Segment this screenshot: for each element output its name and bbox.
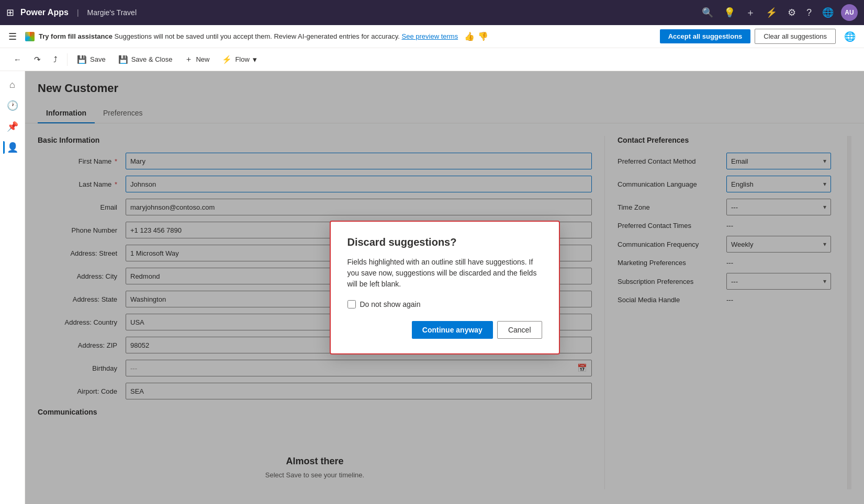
- grid-icon[interactable]: ⊞: [6, 7, 14, 18]
- hamburger-icon[interactable]: ☰: [8, 31, 17, 42]
- save-button[interactable]: 💾 Save: [72, 52, 111, 67]
- continue-anyway-button[interactable]: Continue anyway: [412, 321, 493, 339]
- modal-title: Discard suggestions?: [347, 236, 542, 248]
- settings-icon[interactable]: ⚙: [788, 7, 796, 18]
- add-icon[interactable]: ＋: [746, 6, 755, 19]
- sidebar-item-recent[interactable]: 🕐: [3, 96, 22, 115]
- restore-button[interactable]: ⤴: [48, 52, 63, 67]
- sidebar: ⌂ 🕐 📌 👤: [0, 71, 25, 504]
- restore-icon: ⤴: [53, 55, 58, 64]
- ai-bold-text: Try form fill assistance: [39, 32, 113, 40]
- form-toolbar: ← ↷ ⤴ 💾 Save 💾 Save & Close ＋ New ⚡ Flow…: [0, 48, 864, 71]
- toolbar-divider-1: [67, 53, 68, 66]
- do-not-show-label: Do not show again: [360, 300, 421, 308]
- avatar[interactable]: AU: [841, 4, 858, 21]
- do-not-show-checkbox[interactable]: [347, 300, 356, 308]
- back-icon: ←: [14, 55, 21, 64]
- ai-bar-text: Try form fill assistance Suggestions wil…: [39, 32, 458, 40]
- modal-checkbox-row: Do not show again: [347, 300, 542, 308]
- nav-separator: |: [77, 8, 79, 17]
- save-icon: 💾: [77, 55, 87, 64]
- cancel-button[interactable]: Cancel: [497, 321, 542, 339]
- help-icon[interactable]: ?: [806, 7, 812, 18]
- flow-button[interactable]: ⚡ Flow ▾: [217, 52, 262, 67]
- new-icon: ＋: [185, 54, 193, 64]
- thumbup-icon[interactable]: 👍: [464, 31, 475, 41]
- discard-suggestions-modal: Discard suggestions? Fields highlighted …: [330, 221, 560, 354]
- ai-normal-text: Suggestions will not be saved until you …: [115, 32, 400, 40]
- search-icon[interactable]: 🔍: [702, 7, 713, 18]
- ai-suggestion-bar: ☰ Try form fill assistance Suggestions w…: [0, 25, 864, 48]
- main-content: New Customer Information Preferences Bas…: [25, 71, 864, 504]
- sidebar-item-home[interactable]: ⌂: [3, 75, 22, 94]
- top-navigation: ⊞ Power Apps | Margie's Travel 🔍 💡 ＋ ⚡ ⚙…: [0, 0, 864, 25]
- lightbulb-icon[interactable]: 💡: [724, 7, 735, 18]
- ai-logo-icon: [25, 32, 35, 41]
- sidebar-item-active[interactable]: 👤: [3, 138, 22, 157]
- modal-body: Fields highlighted with an outline still…: [347, 257, 542, 290]
- forward-icon: ↷: [34, 55, 41, 64]
- sidebar-item-pin[interactable]: 📌: [3, 117, 22, 136]
- accept-all-button[interactable]: Accept all suggestions: [660, 29, 751, 43]
- preview-terms-link[interactable]: See preview terms: [401, 32, 458, 40]
- back-button[interactable]: ←: [8, 52, 27, 67]
- new-button[interactable]: ＋ New: [179, 51, 215, 67]
- forward-button[interactable]: ↷: [29, 52, 46, 67]
- main-layout: ⌂ 🕐 📌 👤 New Customer Information Prefere…: [0, 71, 864, 504]
- modal-overlay: Discard suggestions? Fields highlighted …: [25, 71, 864, 504]
- app-title: Margie's Travel: [87, 8, 137, 17]
- flow-icon: ⚡: [222, 55, 232, 64]
- save-close-icon: 💾: [118, 55, 128, 64]
- save-close-button[interactable]: 💾 Save & Close: [113, 52, 178, 67]
- modal-actions: Continue anyway Cancel: [347, 321, 542, 339]
- clear-all-button[interactable]: Clear all suggestions: [755, 29, 836, 44]
- thumbdown-icon[interactable]: 👎: [478, 31, 488, 41]
- globe-icon[interactable]: 🌐: [822, 7, 834, 18]
- app-name: Power Apps: [20, 8, 69, 17]
- form-container: New Customer Information Preferences Bas…: [25, 71, 864, 504]
- filter-icon[interactable]: ⚡: [766, 7, 777, 18]
- accessibility-icon[interactable]: 🌐: [844, 31, 856, 42]
- flow-chevron-icon: ▾: [253, 55, 257, 64]
